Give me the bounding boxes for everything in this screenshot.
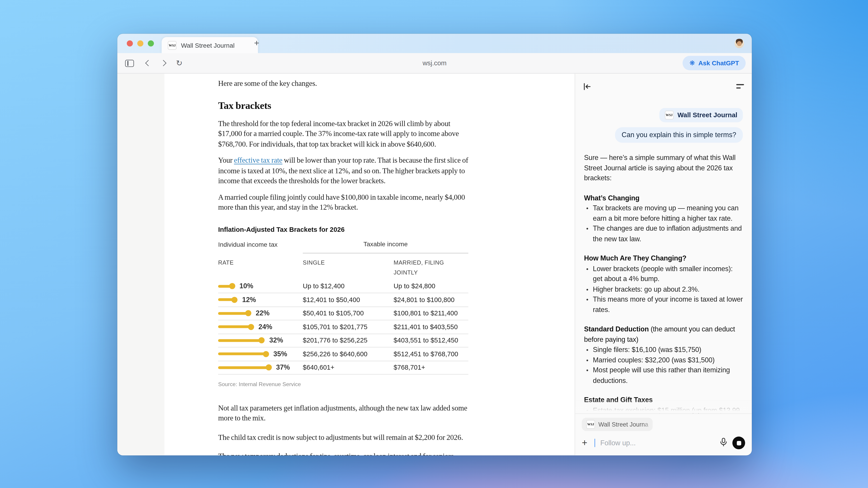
married-value: $403,551 to $512,450 — [394, 335, 468, 346]
single-value: $201,776 to $256,225 — [303, 335, 394, 346]
chart-title: Inflation-Adjusted Tax Brackets for 2026 — [218, 224, 468, 234]
column-single: SINGLE — [303, 257, 394, 278]
married-value: $512,451 to $768,700 — [394, 349, 468, 359]
window-content: Here are some of the key changes. Tax br… — [117, 74, 752, 455]
column-married: MARRIED, FILING JOINTLY — [394, 257, 468, 278]
stop-generating-button[interactable] — [733, 436, 745, 449]
single-value: $105,701 to $201,775 — [303, 322, 394, 332]
openai-logo-icon: ❋ — [689, 59, 695, 67]
composer: WSJ Wall Street Journa + Follow up... — [575, 413, 752, 455]
wsj-favicon-icon: WSJ — [665, 111, 674, 120]
article-paragraph: The threshold for the top federal income… — [218, 119, 468, 149]
page-context-chip[interactable]: WSJ Wall Street Journal — [659, 108, 743, 123]
context-chip-label: Wall Street Journal — [677, 111, 737, 119]
sidebar-toggle-icon[interactable] — [125, 59, 134, 67]
rate-bar — [218, 353, 266, 355]
article-paragraph: Not all tax parameters get inflation adj… — [218, 403, 468, 424]
column-rate: RATE — [218, 257, 303, 278]
section-heading: Standard Deduction — [584, 325, 649, 333]
married-value: $100,801 to $211,400 — [394, 308, 468, 318]
rate-label: 35% — [273, 349, 287, 359]
bullet-item: Higher brackets: go up about 2.3%. — [584, 284, 743, 294]
answer-section: Estate and Gift Taxes Estate-tax exclusi… — [584, 395, 743, 414]
tab-strip: WSJ Wall Street Journal + — [117, 34, 752, 53]
married-value: $211,401 to $403,550 — [394, 322, 468, 332]
answer-section: What’s Changing Tax brackets are moving … — [584, 193, 743, 244]
rate-label: 12% — [242, 295, 256, 305]
article-body: Here are some of the key changes. Tax br… — [218, 74, 468, 455]
zoom-window-button[interactable] — [148, 40, 154, 46]
user-avatar[interactable] — [735, 39, 744, 48]
rate-bar — [218, 326, 251, 328]
browser-window: WSJ Wall Street Journal + ↻ wsj.com ❋ As… — [117, 34, 752, 455]
microphone-icon[interactable] — [720, 437, 727, 449]
chart-column-headers: RATE SINGLE MARRIED, FILING JOINTLY — [218, 257, 468, 280]
back-icon[interactable] — [145, 60, 151, 66]
answer-intro: Sure — here’s a simple summary of what t… — [584, 153, 743, 184]
reload-icon[interactable]: ↻ — [176, 59, 183, 67]
rate-bar — [218, 298, 235, 301]
rate-label: 24% — [258, 322, 272, 332]
rate-label: 22% — [256, 308, 270, 318]
sidebar-header — [575, 74, 752, 92]
section-heading: What’s Changing — [584, 194, 640, 201]
table-row: 35% $256,226 to $640,600 $512,451 to $76… — [218, 348, 468, 361]
page-left-gutter — [117, 74, 164, 455]
chart-source: Source: Internal Revenue Service — [218, 380, 468, 390]
article-paragraph: Your effective tax rate will be lower th… — [218, 156, 468, 186]
forward-icon[interactable] — [160, 60, 166, 66]
rate-bar — [218, 312, 248, 315]
effective-tax-rate-link[interactable]: effective tax rate — [234, 156, 282, 164]
close-window-button[interactable] — [127, 40, 133, 46]
bullet-item: This means more of your income is taxed … — [584, 294, 743, 315]
bullet-item: Single filers: $16,100 (was $15,750) — [584, 345, 743, 355]
minimize-window-button[interactable] — [137, 40, 143, 46]
sidebar-menu-icon[interactable] — [736, 84, 744, 89]
window-controls — [127, 40, 154, 46]
married-value: $768,701+ — [394, 362, 468, 372]
answer-section: Standard Deduction (the amount you can d… — [584, 324, 743, 386]
single-value: $640,601+ — [303, 362, 394, 372]
answer-section: How Much Are They Changing? Lower bracke… — [584, 254, 743, 315]
wsj-favicon-icon: WSJ — [586, 420, 595, 429]
tab-wall-street-journal[interactable]: WSJ Wall Street Journal — [162, 37, 258, 53]
married-value: Up to $24,800 — [394, 281, 468, 291]
ask-chatgpt-button[interactable]: ❋ Ask ChatGPT — [683, 56, 746, 70]
rate-label: 37% — [276, 362, 290, 372]
single-value: $50,401 to $105,700 — [303, 308, 394, 318]
attach-plus-icon[interactable]: + — [582, 438, 587, 448]
bullet-item: Tax brackets are moving up — meaning you… — [584, 203, 743, 224]
composer-chip-label: Wall Street Journa — [598, 421, 648, 428]
collapse-sidebar-icon[interactable] — [583, 82, 591, 91]
user-message-bubble: Can you explain this in simple terms? — [615, 127, 743, 143]
composer-context-chip[interactable]: WSJ Wall Street Journa — [582, 418, 653, 431]
assistant-message: Sure — here’s a simple summary of what t… — [584, 153, 743, 413]
section-heading: How Much Are They Changing? — [584, 255, 686, 262]
bullet-item: Lower brackets (people with smaller inco… — [584, 264, 743, 284]
text-cursor — [594, 439, 595, 447]
rate-bar — [218, 366, 268, 369]
section-heading: Estate and Gift Taxes — [584, 396, 653, 404]
table-row: 37% $640,601+ $768,701+ — [218, 361, 468, 375]
desktop: WSJ Wall Street Journal + ↻ wsj.com ❋ As… — [0, 0, 868, 488]
group-individual-income-tax: Individual income tax — [218, 239, 303, 253]
article-paragraph: The child tax credit is now subject to a… — [218, 432, 468, 443]
single-value: Up to $12,400 — [303, 281, 394, 291]
rate-bar — [218, 285, 232, 288]
tab-title: Wall Street Journal — [181, 42, 235, 48]
article-heading-tax-brackets: Tax brackets — [218, 99, 468, 111]
tax-brackets-chart: Inflation-Adjusted Tax Brackets for 2026… — [218, 224, 468, 390]
follow-up-input[interactable]: Follow up... — [600, 439, 715, 447]
rate-label: 32% — [269, 335, 283, 346]
bullet-item: Most people will use this rather than it… — [584, 365, 743, 386]
married-value: $24,801 to $100,800 — [394, 295, 468, 305]
bullet-item: The changes are due to inflation adjustm… — [584, 223, 743, 244]
composer-input-row: + Follow up... — [582, 436, 745, 449]
single-value: $256,226 to $640,600 — [303, 349, 394, 359]
new-tab-button[interactable]: + — [254, 38, 259, 49]
rate-label: 10% — [239, 281, 253, 291]
chart-group-headers: Individual income tax Taxable income — [218, 239, 468, 253]
user-message-group: WSJ Wall Street Journal Can you explain … — [584, 108, 743, 143]
article-paragraph: The new temporary deductions for tips, o… — [218, 451, 468, 455]
address-bar[interactable]: wsj.com — [283, 59, 586, 67]
